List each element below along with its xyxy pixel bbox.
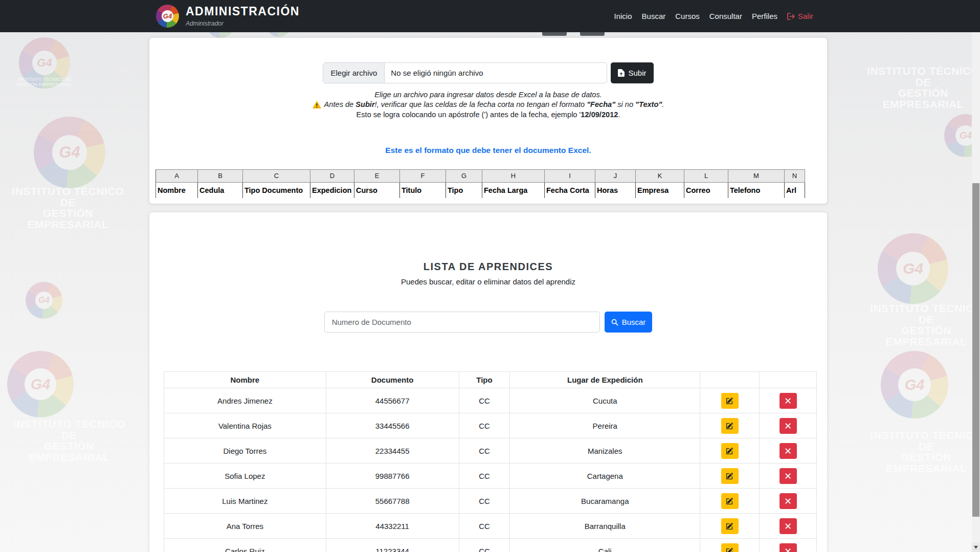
table-header: Nombre: [164, 372, 326, 388]
search-icon: [611, 319, 618, 326]
excel-column-name: Titulo: [400, 183, 446, 198]
edit-button[interactable]: [721, 443, 739, 459]
cell-documento: 33445566: [326, 413, 459, 438]
excel-column-letter: C: [243, 169, 310, 183]
warning-icon: [313, 101, 321, 108]
excel-column-name: Tipo: [446, 183, 482, 198]
watermark-logo-icon: G4: [878, 233, 948, 304]
pencil-square-icon: [726, 397, 733, 405]
table-header: Lugar de Expedición: [510, 372, 700, 388]
cell-lugar: Cucuta: [510, 388, 700, 413]
delete-button[interactable]: [779, 393, 797, 409]
table-header: [760, 372, 817, 388]
watermark-text: INSTITUTO TÉCNICO DEGESTIÓN EMPRESARIAL: [870, 430, 980, 474]
table-row: Luis Martinez55667788CCBucaramanga: [164, 489, 817, 514]
x-icon: [785, 548, 791, 552]
excel-format-preview: ABCDEFGHIJKLMN NombreCedulaTipo Document…: [155, 169, 805, 203]
nav-link-salir[interactable]: Salir: [787, 12, 813, 20]
excel-column-name: Cedula: [198, 183, 243, 198]
cell-tipo: CC: [459, 463, 510, 489]
pencil-square-icon: [726, 522, 733, 530]
cell-documento: 55667788: [326, 489, 459, 514]
delete-button[interactable]: [779, 518, 797, 534]
scroll-down-button[interactable]: [972, 543, 980, 552]
watermark-logo-icon: G4: [26, 282, 62, 319]
table-row: Valentina Rojas33445566CCPereira: [164, 413, 817, 438]
cell-nombre: Luis Martinez: [164, 489, 326, 514]
excel-column-letter: B: [198, 169, 243, 183]
arrow-down-icon: [974, 546, 978, 549]
delete-button[interactable]: [779, 543, 797, 552]
delete-button[interactable]: [779, 493, 797, 509]
excel-column-name: Fecha Larga: [482, 183, 545, 198]
nav-link-perfiles[interactable]: Perfiles: [752, 12, 777, 20]
pencil-square-icon: [726, 447, 733, 455]
file-upload-icon: [618, 69, 625, 77]
cell-tipo: CC: [459, 388, 510, 413]
apprentice-table: NombreDocumentoTipoLugar de Expedición A…: [164, 371, 817, 552]
edit-button[interactable]: [721, 393, 739, 409]
pencil-square-icon: [726, 497, 733, 505]
page-title: ADMINISTRACIÓN: [186, 5, 300, 18]
excel-column-letter: K: [636, 169, 684, 183]
table-row: Carlos Ruiz11223344CCCali: [164, 539, 817, 552]
watermark-text: INSTITUTO TÉCNICO DEGESTIÓN EMPRESARIAL: [870, 303, 980, 347]
nav-link-consultar[interactable]: Consultar: [709, 12, 742, 20]
file-input[interactable]: Elegir archivo No se eligió ningún archi…: [323, 62, 607, 83]
watermark-text: INSTITUTO TÉCNICO DEGESTIÓN EMPRESARIAL: [11, 186, 125, 230]
watermark-logo-icon: G4: [881, 351, 948, 418]
excel-column-name: Nombre: [155, 183, 198, 198]
nav-link-cursos[interactable]: Cursos: [675, 12, 700, 20]
x-icon: [785, 473, 791, 479]
edit-button[interactable]: [721, 468, 739, 484]
excel-column-letter: A: [155, 169, 198, 183]
table-row: Diego Torres22334455CCManizales: [164, 438, 817, 463]
institute-logo-icon: G4: [156, 5, 179, 28]
cell-nombre: Sofia Lopez: [164, 463, 326, 489]
cell-documento: 22334455: [326, 438, 459, 463]
upload-card: Elegir archivo No se eligió ningún archi…: [149, 38, 827, 204]
vertical-scrollbar[interactable]: [972, 0, 980, 552]
upload-button[interactable]: Subir: [611, 62, 653, 83]
delete-button[interactable]: [779, 418, 797, 434]
delete-button[interactable]: [779, 443, 797, 459]
nav-link-buscar[interactable]: Buscar: [642, 12, 666, 20]
excel-column-name: Telefono: [728, 183, 785, 198]
excel-column-letter: H: [482, 169, 545, 183]
edit-button[interactable]: [721, 518, 739, 534]
upload-note-1: Elige un archivo para ingresar datos des…: [149, 91, 827, 99]
excel-column-name: Curso: [354, 183, 400, 198]
upload-note-3: Esto se logra colocando un apóstrofe (')…: [149, 111, 827, 119]
scrollbar-top-cap: [972, 0, 980, 32]
excel-column-letter: F: [400, 169, 446, 183]
table-row: Ana Torres44332211CCBarranquilla: [164, 514, 817, 539]
delete-button[interactable]: [779, 468, 797, 484]
cell-documento: 44556677: [326, 388, 459, 413]
watermark-text: INSTITUTO TÉCNICO DEGESTIÓN EMPRESARIAL: [866, 65, 980, 109]
cell-lugar: Manizales: [510, 438, 700, 463]
edit-button[interactable]: [721, 418, 739, 434]
pencil-square-icon: [726, 472, 733, 480]
excel-column-letter: G: [446, 169, 482, 183]
edit-button[interactable]: [721, 543, 739, 552]
excel-column-letter: E: [354, 169, 400, 183]
x-icon: [785, 423, 791, 429]
cell-nombre: Carlos Ruiz: [164, 539, 326, 552]
nav-link-inicio[interactable]: Inicio: [614, 12, 632, 20]
cell-lugar: Pereira: [510, 413, 700, 438]
cell-tipo: CC: [459, 438, 510, 463]
search-button[interactable]: Buscar: [605, 312, 653, 333]
nav-links: InicioBuscarCursosConsultarPerfiles Sali…: [614, 0, 813, 32]
excel-format-link[interactable]: Este es el formato que debe tener el doc…: [149, 146, 827, 155]
table-row: Sofia Lopez99887766CCCartagena: [164, 463, 817, 489]
edit-button[interactable]: [721, 493, 739, 509]
document-search-input[interactable]: [324, 312, 600, 333]
logout-icon: [787, 13, 795, 20]
scrollbar-thumb[interactable]: [972, 183, 979, 517]
cell-documento: 11223344: [326, 539, 459, 552]
cell-lugar: Barranquilla: [510, 514, 700, 539]
cell-documento: 44332211: [326, 514, 459, 539]
cell-lugar: Cartagena: [510, 463, 700, 489]
choose-file-button[interactable]: Elegir archivo: [323, 63, 385, 83]
table-row: Andres Jimenez44556677CCCucuta: [164, 388, 817, 413]
